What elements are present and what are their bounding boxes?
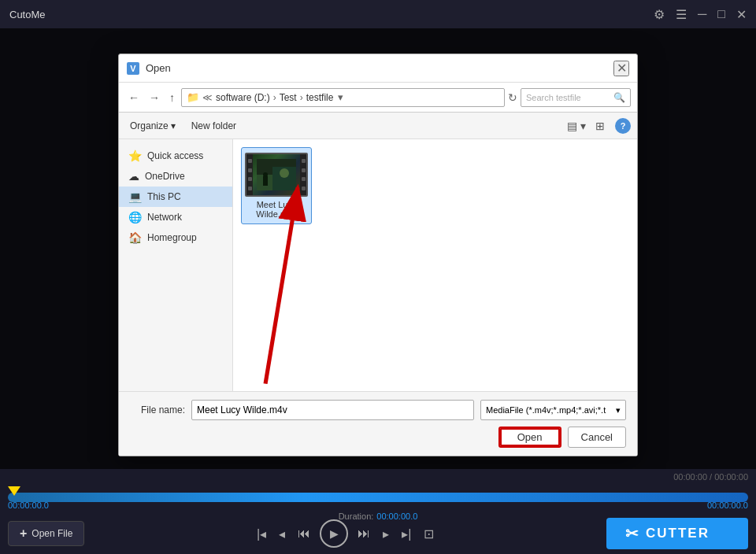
film-hole bbox=[248, 159, 252, 163]
sidebar-item-homegroup[interactable]: 🏠 Homegroup bbox=[119, 227, 232, 248]
film-hole bbox=[248, 168, 252, 172]
step-back-button[interactable]: ◂ bbox=[276, 523, 288, 545]
film-hole bbox=[302, 187, 306, 190]
screenshot-button[interactable]: ⊡ bbox=[421, 523, 437, 545]
open-file-dialog: V Open ✕ ← → ↑ 📁 ≪ software (D:) › Test … bbox=[118, 54, 638, 456]
next-frame-button[interactable]: ▸| bbox=[398, 523, 414, 545]
app-title: CutoMe bbox=[9, 9, 46, 20]
next-button[interactable]: ⏭ bbox=[354, 523, 373, 544]
this-pc-label: This PC bbox=[147, 191, 181, 202]
onedrive-label: OneDrive bbox=[145, 171, 185, 182]
timeline-time-left: 00:00:00.0 bbox=[8, 500, 49, 510]
dialog-titlebar: V Open ✕ bbox=[119, 54, 637, 83]
maximize-icon[interactable]: □ bbox=[717, 7, 725, 21]
duration-display: Duration: 00:00:00.0 bbox=[339, 512, 418, 521]
cutter-button[interactable]: ✂ CUTTER bbox=[606, 518, 748, 549]
menu-icon[interactable]: ☰ bbox=[676, 7, 687, 22]
filetype-text: MediaFile (*.m4v;*.mp4;*.avi;*.t bbox=[486, 405, 606, 415]
organize-label: Organize bbox=[130, 120, 169, 131]
back-button[interactable]: ← bbox=[125, 90, 143, 105]
help-button[interactable]: ? bbox=[615, 118, 631, 134]
app-main-area: V Open ✕ ← → ↑ 📁 ≪ software (D:) › Test … bbox=[0, 28, 756, 469]
view-icon: ▤ bbox=[567, 120, 577, 132]
organize-arrow: ▾ bbox=[171, 120, 176, 131]
dialog-addressbar: ← → ↑ 📁 ≪ software (D:) › Test › testfil… bbox=[119, 83, 637, 113]
step-fwd-button[interactable]: ▸ bbox=[380, 523, 392, 545]
filename-label: File name: bbox=[130, 404, 185, 416]
screenshot-icon: ⊡ bbox=[424, 526, 434, 541]
dialog-overlay: V Open ✕ ← → ↑ 📁 ≪ software (D:) › Test … bbox=[0, 28, 756, 469]
dialog-body: ⭐ Quick access ☁ OneDrive 💻 This PC 🌐 Ne… bbox=[119, 139, 637, 391]
forward-button[interactable]: → bbox=[146, 90, 163, 105]
film-hole bbox=[302, 168, 306, 172]
onedrive-icon: ☁ bbox=[128, 170, 139, 183]
duration-bar: 00:00:00 / 00:00:00 bbox=[0, 469, 756, 482]
controls-bar: + Open File Duration: 00:00:00.0 |◂ ◂ ⏮ … bbox=[0, 513, 756, 554]
view-mode-button[interactable]: ▤ ▾ bbox=[563, 118, 590, 134]
cutter-label: CUTTER bbox=[646, 526, 710, 541]
sidebar-item-quick-access[interactable]: ⭐ Quick access bbox=[119, 146, 232, 166]
filetype-arrow: ▾ bbox=[616, 405, 621, 416]
layout-button[interactable]: ⊞ bbox=[591, 118, 609, 134]
open-button[interactable]: Open bbox=[498, 427, 561, 448]
dialog-close-button[interactable]: ✕ bbox=[613, 61, 629, 76]
film-hole bbox=[248, 187, 252, 190]
search-box[interactable]: Search testfile 🔍 bbox=[521, 88, 631, 107]
timeline-track[interactable] bbox=[8, 493, 748, 502]
homegroup-label: Homegroup bbox=[147, 232, 197, 243]
prev-frame-button[interactable]: |◂ bbox=[254, 523, 269, 545]
path-dropdown-button[interactable]: ▾ bbox=[336, 91, 345, 103]
open-file-button[interactable]: + Open File bbox=[8, 521, 84, 546]
step-fwd-icon: ▸ bbox=[383, 526, 389, 541]
network-icon: 🌐 bbox=[128, 211, 142, 223]
layout-icon: ⊞ bbox=[595, 120, 605, 132]
duration-value: 00:00:00.0 bbox=[376, 512, 417, 521]
footer-filename-row: File name: MediaFile (*.m4v;*.mp4;*.avi;… bbox=[130, 400, 626, 420]
gear-icon[interactable]: ⚙ bbox=[654, 7, 665, 22]
duration-label: Duration: bbox=[339, 512, 374, 521]
filetype-dropdown[interactable]: MediaFile (*.m4v;*.mp4;*.avi;*.t ▾ bbox=[480, 400, 626, 420]
sidebar-item-this-pc[interactable]: 💻 This PC bbox=[119, 187, 232, 207]
minimize-icon[interactable]: ─ bbox=[698, 7, 706, 21]
film-hole bbox=[248, 177, 252, 181]
timeline-handle[interactable] bbox=[8, 486, 20, 496]
path-test: Test bbox=[280, 92, 297, 103]
app-titlebar: CutoMe ⚙ ☰ ─ □ ✕ bbox=[0, 0, 756, 28]
homegroup-icon: 🏠 bbox=[128, 231, 142, 244]
transport-controls: |◂ ◂ ⏮ ▶ ⏭ ▸ ▸| ⊡ bbox=[89, 519, 602, 548]
view-arrow: ▾ bbox=[580, 120, 586, 132]
path-sep2: › bbox=[273, 92, 276, 103]
film-strip-left bbox=[246, 154, 253, 195]
sidebar-item-onedrive[interactable]: ☁ OneDrive bbox=[119, 166, 232, 187]
film-hole bbox=[302, 159, 306, 163]
next-icon: ⏭ bbox=[358, 526, 370, 541]
network-label: Network bbox=[147, 212, 182, 223]
prev-icon: ⏮ bbox=[298, 526, 310, 541]
search-icon: 🔍 bbox=[613, 92, 625, 103]
app-bottom: 00:00:00 / 00:00:00 00:00:00.0 00:00:00.… bbox=[0, 469, 756, 554]
film-strip-right bbox=[300, 154, 306, 195]
timeline-area: 00:00:00.0 00:00:00.0 bbox=[0, 482, 756, 513]
prev-button[interactable]: ⏮ bbox=[295, 523, 313, 544]
quick-access-label: Quick access bbox=[147, 150, 203, 161]
file-name: Meet LucyWilde.m4v bbox=[256, 200, 296, 219]
address-path[interactable]: 📁 ≪ software (D:) › Test › testfile ▾ bbox=[181, 88, 505, 107]
path-testfile: testfile bbox=[306, 92, 334, 103]
titlebar-controls: ⚙ ☰ ─ □ ✕ bbox=[654, 7, 747, 22]
file-item-meet-lucy[interactable]: Meet LucyWilde.m4v bbox=[241, 147, 312, 224]
video-frame-svg bbox=[257, 159, 296, 190]
close-icon[interactable]: ✕ bbox=[736, 7, 747, 22]
organize-button[interactable]: Organize ▾ bbox=[125, 118, 180, 134]
total-time: 00:00:00 / 00:00:00 bbox=[673, 472, 748, 482]
new-folder-button[interactable]: New folder bbox=[187, 118, 241, 134]
play-button[interactable]: ▶ bbox=[320, 519, 348, 548]
new-folder-label: New folder bbox=[191, 120, 236, 131]
timeline-time-right: 00:00:00.0 bbox=[707, 500, 748, 510]
cancel-button[interactable]: Cancel bbox=[568, 427, 626, 448]
step-back-icon: ◂ bbox=[279, 526, 285, 541]
filename-input[interactable] bbox=[191, 400, 474, 420]
refresh-button[interactable]: ↻ bbox=[508, 91, 517, 104]
up-button[interactable]: ↑ bbox=[166, 90, 178, 105]
sidebar-item-network[interactable]: 🌐 Network bbox=[119, 207, 232, 227]
svg-point-3 bbox=[280, 168, 289, 178]
